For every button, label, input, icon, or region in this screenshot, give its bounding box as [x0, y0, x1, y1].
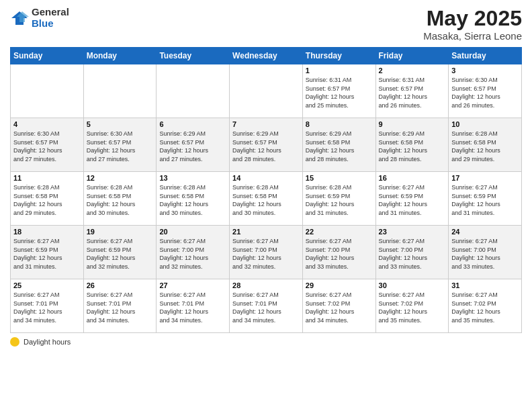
- day-number: 3: [451, 66, 519, 75]
- day-info: Sunrise: 6:28 AM Sunset: 6:58 PM Dayligh…: [159, 183, 226, 217]
- week-row: 18Sunrise: 6:27 AM Sunset: 6:59 PM Dayli…: [11, 226, 522, 279]
- day-info: Sunrise: 6:29 AM Sunset: 6:58 PM Dayligh…: [306, 130, 373, 163]
- day-number: 31: [451, 281, 519, 289]
- header-row: SundayMondayTuesdayWednesdayThursdayFrid…: [11, 48, 522, 64]
- day-info: Sunrise: 6:27 AM Sunset: 7:00 PM Dayligh…: [451, 237, 519, 271]
- day-cell: 11Sunrise: 6:28 AM Sunset: 6:58 PM Dayli…: [11, 172, 84, 226]
- day-cell: 19Sunrise: 6:27 AM Sunset: 6:59 PM Dayli…: [83, 226, 157, 279]
- day-number: 12: [87, 174, 154, 182]
- day-cell: 22Sunrise: 6:27 AM Sunset: 7:00 PM Dayli…: [302, 226, 375, 279]
- day-cell: 31Sunrise: 6:27 AM Sunset: 7:02 PM Dayli…: [449, 279, 522, 333]
- day-number: 21: [232, 228, 300, 236]
- day-cell: 12Sunrise: 6:28 AM Sunset: 6:58 PM Dayli…: [83, 172, 157, 226]
- day-number: 16: [379, 174, 446, 182]
- day-info: Sunrise: 6:27 AM Sunset: 7:01 PM Dayligh…: [87, 291, 154, 324]
- header-day: Sunday: [11, 48, 84, 64]
- day-number: 1: [306, 66, 373, 75]
- header-day: Monday: [83, 48, 157, 64]
- day-number: 14: [232, 174, 300, 182]
- header-day: Thursday: [302, 48, 375, 64]
- day-info: Sunrise: 6:27 AM Sunset: 7:00 PM Dayligh…: [159, 237, 226, 271]
- day-info: Sunrise: 6:27 AM Sunset: 7:02 PM Dayligh…: [306, 291, 373, 324]
- day-cell: 15Sunrise: 6:28 AM Sunset: 6:59 PM Dayli…: [302, 172, 375, 226]
- day-cell: 26Sunrise: 6:27 AM Sunset: 7:01 PM Dayli…: [83, 279, 157, 333]
- day-cell: 20Sunrise: 6:27 AM Sunset: 7:00 PM Dayli…: [157, 226, 230, 279]
- sun-icon: [10, 337, 19, 347]
- day-info: Sunrise: 6:31 AM Sunset: 6:57 PM Dayligh…: [306, 76, 373, 109]
- day-number: 10: [451, 120, 519, 128]
- calendar-subtitle: Masaka, Sierra Leone: [423, 30, 522, 42]
- day-cell: 2Sunrise: 6:31 AM Sunset: 6:57 PM Daylig…: [375, 64, 449, 118]
- page: General Blue May 2025 Masaka, Sierra Leo…: [0, 0, 532, 411]
- day-cell: 21Sunrise: 6:27 AM Sunset: 7:00 PM Dayli…: [230, 226, 303, 279]
- day-info: Sunrise: 6:27 AM Sunset: 7:01 PM Dayligh…: [232, 291, 300, 324]
- day-number: 24: [451, 228, 519, 236]
- day-number: 6: [159, 120, 226, 128]
- week-row: 1Sunrise: 6:31 AM Sunset: 6:57 PM Daylig…: [11, 64, 522, 118]
- logo: General Blue: [10, 7, 69, 29]
- calendar-table: SundayMondayTuesdayWednesdayThursdayFrid…: [10, 47, 522, 333]
- day-info: Sunrise: 6:31 AM Sunset: 6:57 PM Dayligh…: [379, 76, 446, 109]
- day-info: Sunrise: 6:30 AM Sunset: 6:57 PM Dayligh…: [451, 76, 519, 109]
- title-block: May 2025 Masaka, Sierra Leone: [423, 7, 522, 42]
- day-number: 5: [87, 120, 154, 128]
- day-number: 19: [87, 228, 154, 236]
- day-number: 23: [379, 228, 446, 236]
- day-info: Sunrise: 6:29 AM Sunset: 6:57 PM Dayligh…: [232, 130, 300, 163]
- day-number: 2: [379, 66, 446, 75]
- day-cell: 28Sunrise: 6:27 AM Sunset: 7:01 PM Dayli…: [230, 279, 303, 333]
- logo-icon: [10, 9, 29, 28]
- day-cell: 5Sunrise: 6:30 AM Sunset: 6:57 PM Daylig…: [83, 118, 157, 172]
- header-day: Wednesday: [230, 48, 303, 64]
- day-info: Sunrise: 6:27 AM Sunset: 7:00 PM Dayligh…: [379, 237, 446, 271]
- logo-blue: Blue: [32, 18, 69, 30]
- day-info: Sunrise: 6:28 AM Sunset: 6:58 PM Dayligh…: [13, 183, 81, 217]
- day-number: 25: [13, 281, 81, 289]
- day-info: Sunrise: 6:27 AM Sunset: 6:59 PM Dayligh…: [379, 183, 446, 217]
- day-number: 29: [306, 281, 373, 289]
- day-cell: 7Sunrise: 6:29 AM Sunset: 6:57 PM Daylig…: [230, 118, 303, 172]
- day-cell: 6Sunrise: 6:29 AM Sunset: 6:57 PM Daylig…: [157, 118, 230, 172]
- day-cell: 30Sunrise: 6:27 AM Sunset: 7:02 PM Dayli…: [375, 279, 449, 333]
- logo-general: General: [32, 7, 69, 18]
- day-cell: 25Sunrise: 6:27 AM Sunset: 7:01 PM Dayli…: [11, 279, 84, 333]
- day-cell: [11, 64, 84, 118]
- day-cell: 18Sunrise: 6:27 AM Sunset: 6:59 PM Dayli…: [11, 226, 84, 279]
- week-row: 11Sunrise: 6:28 AM Sunset: 6:58 PM Dayli…: [11, 172, 522, 226]
- day-info: Sunrise: 6:28 AM Sunset: 6:59 PM Dayligh…: [306, 183, 373, 217]
- day-cell: 16Sunrise: 6:27 AM Sunset: 6:59 PM Dayli…: [375, 172, 449, 226]
- day-number: 17: [451, 174, 519, 182]
- day-cell: 24Sunrise: 6:27 AM Sunset: 7:00 PM Dayli…: [449, 226, 522, 279]
- day-info: Sunrise: 6:27 AM Sunset: 7:01 PM Dayligh…: [13, 291, 81, 324]
- day-number: 28: [232, 281, 300, 289]
- day-cell: 13Sunrise: 6:28 AM Sunset: 6:58 PM Dayli…: [157, 172, 230, 226]
- day-number: 7: [232, 120, 300, 128]
- day-number: 20: [159, 228, 226, 236]
- header-day: Friday: [375, 48, 449, 64]
- day-info: Sunrise: 6:27 AM Sunset: 6:59 PM Dayligh…: [13, 237, 81, 271]
- day-info: Sunrise: 6:27 AM Sunset: 7:02 PM Dayligh…: [451, 291, 519, 324]
- footer: Daylight hours: [10, 337, 522, 347]
- header-day: Saturday: [449, 48, 522, 64]
- day-number: 11: [13, 174, 81, 182]
- week-row: 4Sunrise: 6:30 AM Sunset: 6:57 PM Daylig…: [11, 118, 522, 172]
- day-cell: 4Sunrise: 6:30 AM Sunset: 6:57 PM Daylig…: [11, 118, 84, 172]
- day-cell: 3Sunrise: 6:30 AM Sunset: 6:57 PM Daylig…: [449, 64, 522, 118]
- day-cell: 9Sunrise: 6:29 AM Sunset: 6:58 PM Daylig…: [375, 118, 449, 172]
- day-number: 22: [306, 228, 373, 236]
- header-day: Tuesday: [157, 48, 230, 64]
- day-info: Sunrise: 6:27 AM Sunset: 7:00 PM Dayligh…: [306, 237, 373, 271]
- day-info: Sunrise: 6:29 AM Sunset: 6:57 PM Dayligh…: [159, 130, 226, 163]
- day-number: 26: [87, 281, 154, 289]
- day-info: Sunrise: 6:28 AM Sunset: 6:58 PM Dayligh…: [232, 183, 300, 217]
- day-cell: 23Sunrise: 6:27 AM Sunset: 7:00 PM Dayli…: [375, 226, 449, 279]
- day-cell: 1Sunrise: 6:31 AM Sunset: 6:57 PM Daylig…: [302, 64, 375, 118]
- day-cell: 8Sunrise: 6:29 AM Sunset: 6:58 PM Daylig…: [302, 118, 375, 172]
- day-cell: 17Sunrise: 6:27 AM Sunset: 6:59 PM Dayli…: [449, 172, 522, 226]
- day-info: Sunrise: 6:27 AM Sunset: 7:00 PM Dayligh…: [232, 237, 300, 271]
- day-info: Sunrise: 6:28 AM Sunset: 6:58 PM Dayligh…: [87, 183, 154, 217]
- day-number: 13: [159, 174, 226, 182]
- day-info: Sunrise: 6:30 AM Sunset: 6:57 PM Dayligh…: [87, 130, 154, 163]
- day-number: 18: [13, 228, 81, 236]
- day-info: Sunrise: 6:27 AM Sunset: 7:02 PM Dayligh…: [379, 291, 446, 324]
